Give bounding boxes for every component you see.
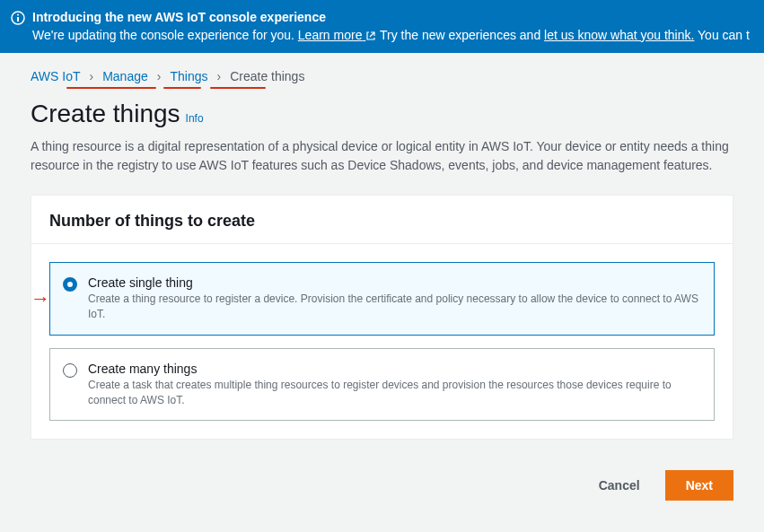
annotation-underline <box>210 87 266 89</box>
radio-indicator <box>63 363 77 378</box>
annotation-underline <box>66 87 156 89</box>
footer-actions: Cancel Next <box>0 458 764 519</box>
annotation-underline <box>163 87 201 89</box>
breadcrumb-things[interactable]: Things <box>170 69 207 83</box>
options-card: Number of things to create → Create sing… <box>31 195 733 440</box>
chevron-right-icon: › <box>90 69 94 83</box>
breadcrumb-manage[interactable]: Manage <box>102 69 148 83</box>
info-icon <box>11 11 25 25</box>
feedback-link[interactable]: let us know what you think. <box>544 28 694 42</box>
info-link[interactable]: Info <box>186 112 204 125</box>
card-title: Number of things to create <box>49 212 715 231</box>
banner-body: We're updating the console experience fo… <box>32 27 753 45</box>
notification-banner: Introducing the new AWS IoT console expe… <box>0 0 764 53</box>
arrow-annotation-icon: → <box>31 287 50 310</box>
cancel-button[interactable]: Cancel <box>588 471 651 500</box>
radio-create-many-things[interactable]: Create many things Create a task that cr… <box>49 348 715 422</box>
banner-title: Introducing the new AWS IoT console expe… <box>32 9 326 27</box>
chevron-right-icon: › <box>157 69 162 83</box>
radio-title: Create many things <box>88 362 699 376</box>
breadcrumb-aws-iot[interactable]: AWS IoT <box>31 69 81 83</box>
radio-description: Create a thing resource to register a de… <box>88 292 699 322</box>
page-header: Create thingsInfo <box>31 100 733 128</box>
radio-title: Create single thing <box>88 275 699 290</box>
external-link-icon <box>365 31 376 41</box>
chevron-right-icon: › <box>216 69 221 83</box>
svg-point-2 <box>17 13 19 15</box>
card-header: Number of things to create <box>31 196 733 244</box>
radio-indicator <box>63 277 77 292</box>
breadcrumb-current: Create things <box>230 69 304 83</box>
learn-more-link[interactable]: Learn more <box>298 28 376 42</box>
page-description: A thing resource is a digital representa… <box>31 137 733 175</box>
next-button[interactable]: Next <box>665 470 733 501</box>
radio-create-single-thing[interactable]: → Create single thing Create a thing res… <box>49 262 715 336</box>
radio-description: Create a task that creates multiple thin… <box>88 378 699 408</box>
breadcrumb: AWS IoT › Manage › Things › Create thing… <box>31 69 733 83</box>
page-title: Create things <box>31 100 180 128</box>
